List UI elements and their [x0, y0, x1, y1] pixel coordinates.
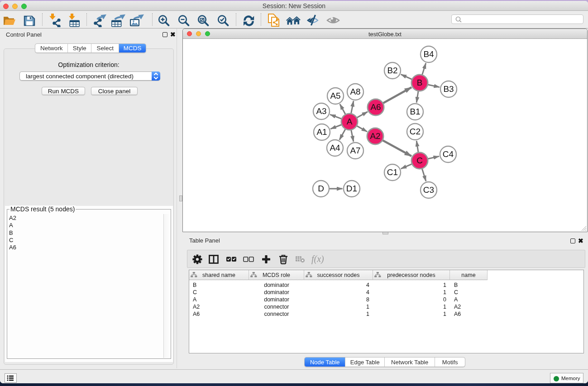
svg-text:C: C: [416, 156, 423, 165]
svg-text:C1: C1: [387, 167, 398, 177]
svg-text:C2: C2: [410, 127, 421, 136]
svg-text:C4: C4: [443, 149, 454, 159]
svg-text:A4: A4: [330, 143, 340, 152]
svg-text:A7: A7: [350, 146, 360, 155]
svg-text:B3: B3: [443, 84, 454, 94]
svg-text:B4: B4: [423, 49, 434, 59]
svg-text:B: B: [417, 78, 423, 87]
svg-text:A5: A5: [330, 91, 340, 100]
svg-text:B1: B1: [410, 107, 420, 116]
svg-text:C3: C3: [423, 185, 434, 195]
svg-text:A3: A3: [316, 106, 326, 116]
svg-text:A2: A2: [370, 131, 380, 141]
svg-text:A: A: [347, 117, 353, 126]
svg-text:B2: B2: [387, 66, 397, 75]
svg-text:A6: A6: [370, 102, 381, 112]
svg-text:A8: A8: [350, 87, 360, 96]
svg-text:D1: D1: [346, 184, 357, 193]
svg-text:A1: A1: [316, 127, 327, 137]
svg-text:D: D: [318, 184, 324, 193]
